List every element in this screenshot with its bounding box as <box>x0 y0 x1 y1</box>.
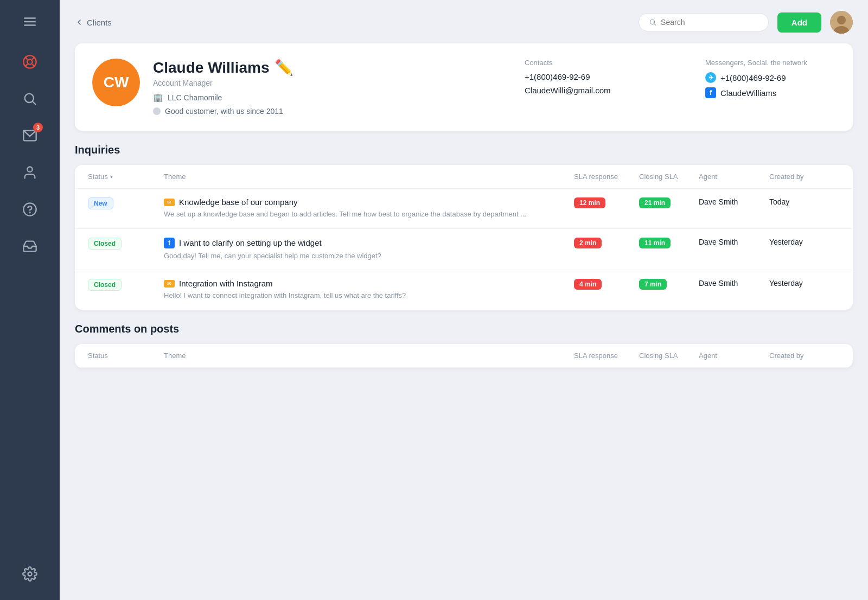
social-label: Messengers, Social. the network <box>705 59 835 67</box>
col-theme: Theme <box>164 173 574 181</box>
table-header: Status ▾ Theme SLA response Closing SLA … <box>75 165 853 189</box>
facebook-icon: f <box>705 87 716 98</box>
add-button[interactable]: Add <box>777 12 821 33</box>
profile-phone: +1(800)469-92-69 <box>525 72 666 81</box>
note-dot <box>153 107 161 115</box>
sidebar-item-inbox[interactable] <box>14 230 46 263</box>
back-label: Clients <box>87 18 112 27</box>
search-icon <box>649 18 656 27</box>
row2-closing-sla: 11 min <box>639 238 699 248</box>
profile-email: ClaudeWilli@gmail.com <box>525 86 666 95</box>
status-badge-new: New <box>88 197 113 209</box>
edit-icon[interactable]: ✏️ <box>275 59 293 76</box>
facebook-channel-icon: f <box>164 238 175 248</box>
row3-created: Yesterday <box>769 279 840 288</box>
row2-created: Yesterday <box>769 238 840 246</box>
sidebar: 3 <box>0 0 60 600</box>
svg-point-15 <box>28 572 32 576</box>
profile-contacts: Contacts +1(800)469-92-69 ClaudeWilli@gm… <box>525 59 666 99</box>
sidebar-item-settings[interactable] <box>14 558 46 590</box>
comments-col-agent: Agent <box>699 352 769 360</box>
comments-title: Comments on posts <box>75 323 853 335</box>
sidebar-item-mail[interactable]: 3 <box>14 119 46 152</box>
profile-role: Account Manager <box>153 79 485 87</box>
contacts-label: Contacts <box>525 59 666 67</box>
email-channel-icon: ✉ <box>164 199 175 206</box>
row3-closing-sla: 7 min <box>639 279 699 290</box>
profile-card: CW Claude Williams ✏️ Account Manager 🏢 … <box>75 43 853 131</box>
row1-sla-response: 12 min <box>574 197 639 208</box>
inquiries-card: Status ▾ Theme SLA response Closing SLA … <box>75 165 853 310</box>
sidebar-item-users[interactable] <box>14 156 46 189</box>
menu-button[interactable] <box>18 10 42 34</box>
avatar-image <box>830 11 853 34</box>
table-row[interactable]: Closed ✉ Integration with Instagram Hell… <box>75 270 853 310</box>
company-name: LLC Chamomile <box>168 93 222 102</box>
search-box[interactable] <box>639 13 769 31</box>
row1-title: ✉ Knowledge base of our company <box>164 197 574 207</box>
svg-point-19 <box>837 16 846 24</box>
profile-note-text: Good customer, with us since 2011 <box>165 107 283 116</box>
topbar: Clients Add <box>75 11 853 34</box>
row1-agent: Dave Smith <box>699 197 769 206</box>
comments-col-status: Status <box>88 352 164 360</box>
svg-line-17 <box>654 24 656 25</box>
col-sla-response: SLA response <box>574 173 639 181</box>
svg-point-12 <box>27 167 32 172</box>
comments-col-created: Created by <box>769 352 840 360</box>
main-content: Clients Add CW Claude W <box>60 0 868 600</box>
row3-preview: Hello! I want to connect integration wit… <box>164 290 574 301</box>
sidebar-item-help[interactable] <box>14 193 46 226</box>
svg-line-6 <box>33 65 34 66</box>
col-closing-sla: Closing SLA <box>639 173 699 181</box>
svg-point-14 <box>29 212 30 213</box>
svg-point-4 <box>27 59 32 64</box>
col-status: Status ▾ <box>88 173 164 181</box>
sla-response-badge: 12 min <box>574 197 605 208</box>
closing-sla-badge: 21 min <box>639 197 671 208</box>
col-agent: Agent <box>699 173 769 181</box>
row1-created: Today <box>769 197 840 206</box>
search-input[interactable] <box>661 18 758 27</box>
comments-col-sla-response: SLA response <box>574 352 639 360</box>
table-row[interactable]: Closed f I want to clarify on setting up… <box>75 229 853 271</box>
comments-table-header: Status Theme SLA response Closing SLA Ag… <box>75 344 853 368</box>
row2-agent: Dave Smith <box>699 238 769 246</box>
telegram-handle: +1(800)469-92-69 <box>720 73 786 82</box>
col-created: Created by <box>769 173 840 181</box>
profile-company: 🏢 LLC Chamomile <box>153 93 485 103</box>
back-link[interactable]: Clients <box>75 18 112 27</box>
row2-preview: Good day! Tell me, can your specialist h… <box>164 251 574 261</box>
row2-theme: f I want to clarify on setting up the wi… <box>164 238 574 261</box>
building-icon: 🏢 <box>153 93 163 103</box>
row3-status: Closed <box>88 279 164 291</box>
mail-badge: 3 <box>33 123 43 132</box>
comments-col-closing-sla: Closing SLA <box>639 352 699 360</box>
profile-initials: CW <box>104 74 129 91</box>
profile-name-row: Claude Williams ✏️ <box>153 59 485 76</box>
svg-line-7 <box>33 58 34 59</box>
comments-col-theme: Theme <box>164 352 574 360</box>
sort-icon: ▾ <box>110 174 113 180</box>
row1-status: New <box>88 197 164 209</box>
sla-response-badge: 4 min <box>574 279 602 290</box>
row1-closing-sla: 21 min <box>639 197 699 208</box>
sidebar-item-search[interactable] <box>14 82 46 115</box>
profile-avatar: CW <box>92 59 140 106</box>
comments-section: Comments on posts Status Theme SLA respo… <box>75 323 853 368</box>
closing-sla-badge: 11 min <box>639 238 671 248</box>
status-badge-closed: Closed <box>88 279 122 291</box>
row3-sla-response: 4 min <box>574 279 639 290</box>
sla-response-badge: 2 min <box>574 238 602 248</box>
facebook-handle: ClaudeWilliams <box>720 88 776 98</box>
row2-title: f I want to clarify on setting up the wi… <box>164 238 574 248</box>
row3-theme: ✉ Integration with Instagram Hello! I wa… <box>164 279 574 301</box>
user-avatar[interactable] <box>830 11 853 34</box>
table-row[interactable]: New ✉ Knowledge base of our company We s… <box>75 189 853 229</box>
closing-sla-badge: 7 min <box>639 279 667 290</box>
row3-title: ✉ Integration with Instagram <box>164 279 574 288</box>
comments-card: Status Theme SLA response Closing SLA Ag… <box>75 344 853 368</box>
sidebar-item-lifebuoy[interactable] <box>14 46 46 78</box>
svg-line-10 <box>33 101 35 104</box>
profile-name: Claude Williams <box>153 59 269 76</box>
